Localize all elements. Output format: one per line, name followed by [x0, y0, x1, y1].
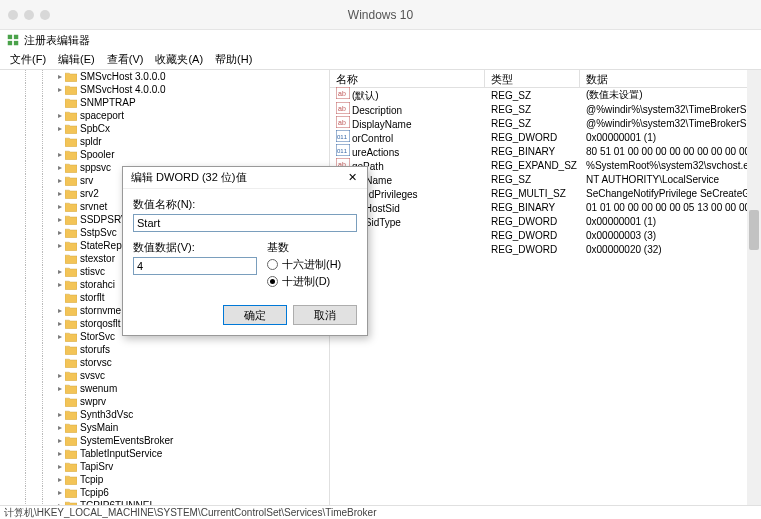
expand-icon[interactable]: ▸	[55, 176, 64, 185]
tree-label: Tcpip6	[80, 487, 109, 498]
expand-icon[interactable]: ▸	[55, 371, 64, 380]
list-row[interactable]: abgePathREG_EXPAND_SZ%SystemRoot%\system…	[330, 158, 761, 172]
tree-item[interactable]: swprv	[0, 395, 329, 408]
tree-item[interactable]: ▸Synth3dVsc	[0, 408, 329, 421]
expand-icon[interactable]	[55, 397, 64, 406]
menu-fav[interactable]: 收藏夹(A)	[151, 51, 207, 68]
list-row[interactable]: 011REG_DWORD0x00000003 (3)	[330, 228, 761, 242]
tree-item[interactable]: ▸SysMain	[0, 421, 329, 434]
expand-icon[interactable]: ▸	[55, 163, 64, 172]
expand-icon[interactable]: ▸	[55, 410, 64, 419]
vscroll-thumb[interactable]	[749, 210, 759, 250]
tree-item[interactable]: ▸swenum	[0, 382, 329, 395]
tree-item[interactable]: ▸SpbCx	[0, 122, 329, 135]
tree-item[interactable]: ▸Spooler	[0, 148, 329, 161]
menu-view[interactable]: 查看(V)	[103, 51, 148, 68]
col-type[interactable]: 类型	[485, 70, 580, 87]
menu-help[interactable]: 帮助(H)	[211, 51, 256, 68]
tree-item[interactable]: ▸svsvc	[0, 369, 329, 382]
tree-item[interactable]: ▸TCPIP6TUNNEL	[0, 499, 329, 505]
tree-item[interactable]: ▸SMSvcHost 3.0.0.0	[0, 70, 329, 83]
expand-icon[interactable]: ▸	[55, 306, 64, 315]
expand-icon[interactable]: ▸	[55, 267, 64, 276]
list-row[interactable]: abuiredPrivilegesREG_MULTI_SZSeChangeNot…	[330, 186, 761, 200]
expand-icon[interactable]: ▸	[55, 72, 64, 81]
expand-icon[interactable]: ▸	[55, 111, 64, 120]
expand-icon[interactable]: ▸	[55, 280, 64, 289]
tree-item[interactable]: ▸TapiSrv	[0, 460, 329, 473]
list-row[interactable]: 011orControlREG_DWORD0x00000001 (1)	[330, 130, 761, 144]
list-row[interactable]: ab(默认)REG_SZ(数值未设置)	[330, 88, 761, 102]
expand-icon[interactable]: ▸	[55, 462, 64, 471]
expand-icon[interactable]: ▸	[55, 228, 64, 237]
expand-icon[interactable]: ▸	[55, 423, 64, 432]
tree-item[interactable]: spldr	[0, 135, 329, 148]
expand-icon[interactable]	[55, 137, 64, 146]
vscrollbar[interactable]	[747, 70, 761, 505]
tree-item[interactable]: storufs	[0, 343, 329, 356]
list-row[interactable]: abDescriptionREG_SZ@%windir%\system32\Ti…	[330, 102, 761, 116]
expand-icon[interactable]: ▸	[55, 319, 64, 328]
menu-edit[interactable]: 编辑(E)	[54, 51, 99, 68]
expand-icon[interactable]: ▸	[55, 189, 64, 198]
folder-icon	[65, 358, 77, 368]
tree-item[interactable]: SNMPTRAP	[0, 96, 329, 109]
folder-icon	[65, 267, 77, 277]
tree-item[interactable]: ▸SystemEventsBroker	[0, 434, 329, 447]
cancel-button[interactable]: 取消	[293, 305, 357, 325]
expand-icon[interactable]: ▸	[55, 124, 64, 133]
expand-icon[interactable]	[55, 345, 64, 354]
base-label: 基数	[267, 240, 357, 255]
value-data-input[interactable]	[133, 257, 257, 275]
expand-icon[interactable]: ▸	[55, 85, 64, 94]
list-row[interactable]: 011ureActionsREG_BINARY80 51 01 00 00 00…	[330, 144, 761, 158]
expand-icon[interactable]: ▸	[55, 332, 64, 341]
tree-label: TCPIP6TUNNEL	[80, 500, 155, 505]
value-name-input[interactable]	[133, 214, 357, 232]
radio-icon	[267, 259, 278, 270]
tree-item[interactable]: storvsc	[0, 356, 329, 369]
tree-item[interactable]: ▸TabletInputService	[0, 447, 329, 460]
radio-dec[interactable]: 十进制(D)	[267, 274, 357, 289]
menu-file[interactable]: 文件(F)	[6, 51, 50, 68]
expand-icon[interactable]: ▸	[55, 449, 64, 458]
folder-icon	[65, 462, 77, 472]
expand-icon[interactable]	[55, 254, 64, 263]
expand-icon[interactable]: ▸	[55, 202, 64, 211]
tree-item[interactable]: ▸SMSvcHost 4.0.0.0	[0, 83, 329, 96]
tree-item[interactable]: ▸Tcpip6	[0, 486, 329, 499]
tree-label: srv2	[80, 188, 99, 199]
col-name[interactable]: 名称	[330, 70, 485, 87]
expand-icon[interactable]	[55, 98, 64, 107]
value-type: REG_SZ	[485, 174, 580, 185]
list-row[interactable]: 011REG_DWORD0x00000020 (32)	[330, 242, 761, 256]
tree-item[interactable]: ▸Tcpip	[0, 473, 329, 486]
list-row[interactable]: 011iceHostSidREG_BINARY01 01 00 00 00 00…	[330, 200, 761, 214]
expand-icon[interactable]: ▸	[55, 501, 64, 505]
expand-icon[interactable]: ▸	[55, 241, 64, 250]
tree-item[interactable]: ▸spaceport	[0, 109, 329, 122]
list-row[interactable]: abectNameREG_SZNT AUTHORITY\LocalService	[330, 172, 761, 186]
expand-icon[interactable]: ▸	[55, 475, 64, 484]
status-bar: 计算机\HKEY_LOCAL_MACHINE\SYSTEM\CurrentCon…	[0, 505, 761, 519]
col-data[interactable]: 数据	[580, 70, 761, 87]
list-row[interactable]: abDisplayNameREG_SZ@%windir%\system32\Ti…	[330, 116, 761, 130]
dialog-titlebar[interactable]: 编辑 DWORD (32 位)值 ✕	[123, 167, 367, 189]
expand-icon[interactable]	[55, 358, 64, 367]
list-row[interactable]: 011iceSidTypeREG_DWORD0x00000001 (1)	[330, 214, 761, 228]
expand-icon[interactable]: ▸	[55, 488, 64, 497]
value-data: %SystemRoot%\system32\svchost.exe -k Loc…	[580, 160, 761, 171]
folder-icon	[65, 124, 77, 134]
close-icon[interactable]: ✕	[341, 169, 363, 187]
ok-button[interactable]: 确定	[223, 305, 287, 325]
expand-icon[interactable]: ▸	[55, 215, 64, 224]
tree-label: SNMPTRAP	[80, 97, 136, 108]
tree-label: SpbCx	[80, 123, 110, 134]
expand-icon[interactable]: ▸	[55, 150, 64, 159]
radio-hex[interactable]: 十六进制(H)	[267, 257, 357, 272]
expand-icon[interactable]	[55, 293, 64, 302]
expand-icon[interactable]: ▸	[55, 384, 64, 393]
tree-label: SstpSvc	[80, 227, 117, 238]
value-data: 80 51 01 00 00 00 00 00 00 00 00 00 03 0…	[580, 146, 761, 157]
expand-icon[interactable]: ▸	[55, 436, 64, 445]
